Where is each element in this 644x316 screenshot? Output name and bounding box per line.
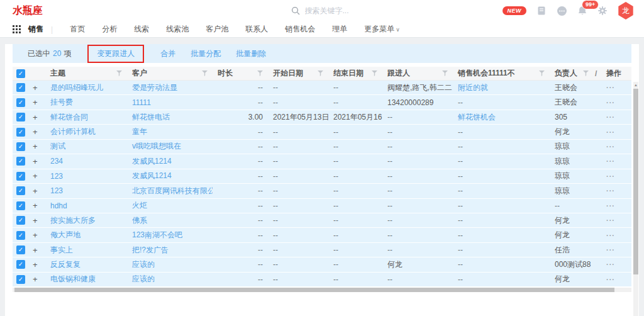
nav-item-分析[interactable]: 分析 [102,24,117,35]
row-actions-button[interactable]: ··· [601,202,629,210]
row-checkbox[interactable]: ✓ [16,186,25,195]
row-checkbox[interactable]: ✓ [16,245,25,254]
nav-item-销售机会[interactable]: 销售机会 [285,24,315,35]
row-expand-button[interactable]: + [29,230,45,240]
row-expand-button[interactable]: + [29,186,45,196]
cell-subject-link[interactable]: 测试 [45,141,127,152]
cell-customer-link[interactable]: 把!?发广告 [127,245,213,256]
nav-app-sales[interactable]: 销售 [28,24,43,35]
cell-customer-link[interactable]: 童年 [127,127,213,137]
row-actions-button[interactable]: ··· [601,99,629,106]
filter-funnel-icon[interactable] [583,71,589,76]
cell-customer-link[interactable]: 123南湖不会吧 [127,230,213,240]
cell-customer-link[interactable]: 火炬 [127,200,213,211]
row-checkbox[interactable]: ✓ [16,142,25,151]
nav-item-线索池[interactable]: 线索池 [166,24,189,35]
row-checkbox[interactable]: ✓ [16,275,25,284]
cell-customer-link[interactable]: 发威风1214 [127,171,213,181]
filter-funnel-icon[interactable] [202,71,208,76]
cell-subject-link[interactable]: 鲜花饼合同 [45,112,127,123]
row-actions-button[interactable]: ··· [601,261,629,268]
filter-funnel-icon[interactable] [442,71,448,76]
filter-funnel-icon[interactable] [539,71,545,76]
cell-opportunity-link[interactable]: 鲜花饼机会 [453,112,550,123]
search-input[interactable] [304,6,398,16]
row-expand-button[interactable]: + [29,274,45,284]
horizontal-scrollbar-thumb[interactable] [14,288,614,292]
filter-funnel-icon[interactable] [318,71,323,76]
cell-customer-link[interactable]: 11111 [127,98,213,107]
row-checkbox[interactable]: ✓ [16,201,25,210]
row-expand-button[interactable]: + [29,157,45,166]
row-actions-button[interactable]: ··· [601,246,629,254]
cell-customer-link[interactable]: 应该的 [127,259,213,270]
row-actions-button[interactable]: ··· [601,84,629,91]
cell-opportunity-link[interactable]: 附近的就 [453,82,550,93]
row-checkbox[interactable]: ✓ [16,216,25,225]
cell-subject-link[interactable]: 反反复复 [45,259,127,270]
cell-subject-link[interactable]: 电饭锅和健康 [45,274,127,285]
bulk-button-变更跟进人[interactable]: 变更跟进人 [87,45,144,63]
select-all-checkbox[interactable]: ✓ [16,69,25,78]
notebook-button[interactable] [536,6,547,16]
scroll-up-arrow-icon[interactable]: ▲ [633,82,638,88]
nav-item-理单[interactable]: 理单 [332,24,347,35]
row-actions-button[interactable]: ··· [601,128,629,136]
cell-subject-link[interactable]: 挂号费 [45,97,127,108]
chat-button[interactable] [557,6,567,16]
bulk-button-批量删除[interactable]: 批量删除 [236,48,266,59]
row-checkbox[interactable]: ✓ [16,157,25,166]
search-box[interactable] [291,6,398,16]
cell-subject-link[interactable]: 儆大声地 [45,230,127,240]
row-expand-button[interactable]: + [29,201,45,210]
row-actions-button[interactable]: ··· [601,172,629,180]
grid-menu-icon[interactable] [13,25,21,33]
row-actions-button[interactable]: ··· [601,143,629,150]
cell-customer-link[interactable]: v哦吃哦想哦在 [127,141,213,152]
cell-subject-link[interactable]: 234 [45,157,127,166]
row-actions-button[interactable]: ··· [601,276,629,283]
settings-button[interactable] [597,6,608,16]
filter-funnel-icon[interactable] [372,71,377,76]
cell-customer-link[interactable]: 应该的 [127,274,213,285]
filter-funnel-icon[interactable] [116,71,122,76]
cell-subject-link[interactable]: 按实施大所多 [45,215,127,226]
notifications-button[interactable]: 99+ [577,6,587,16]
nav-item-线索[interactable]: 线索 [134,24,149,35]
row-checkbox[interactable]: ✓ [16,231,25,240]
cell-subject-link[interactable]: 123 [45,186,127,195]
row-actions-button[interactable]: ··· [601,187,629,195]
bulk-button-批量分配[interactable]: 批量分配 [191,48,221,59]
row-expand-button[interactable]: + [29,216,45,225]
nav-item-客户池[interactable]: 客户池 [206,24,228,35]
row-actions-button[interactable]: ··· [601,232,629,239]
row-expand-button[interactable]: + [29,83,45,93]
row-checkbox[interactable]: ✓ [16,172,25,181]
row-actions-button[interactable]: ··· [601,157,629,165]
cell-customer-link[interactable]: 鲜花饼电话 [127,112,213,123]
row-expand-button[interactable]: + [29,127,45,137]
nav-item-联系人[interactable]: 联系人 [245,24,268,35]
bulk-button-合并[interactable]: 合并 [160,48,175,59]
row-expand-button[interactable]: + [29,245,45,255]
row-expand-button[interactable]: + [29,171,45,181]
cell-customer-link[interactable]: 发威风1214 [127,156,213,167]
row-checkbox[interactable]: ✓ [16,98,25,107]
row-actions-button[interactable]: ··· [601,217,629,224]
cell-subject-link[interactable]: 123 [45,172,127,181]
row-expand-button[interactable]: + [29,260,45,269]
row-checkbox[interactable]: ✓ [16,113,25,121]
vertical-scrollbar-thumb[interactable] [633,89,638,274]
row-expand-button[interactable]: + [29,98,45,107]
horizontal-scrollbar[interactable] [13,288,631,292]
avatar[interactable]: 龙 [618,2,634,20]
row-checkbox[interactable]: ✓ [16,83,25,92]
row-expand-button[interactable]: + [29,142,45,151]
row-checkbox[interactable]: ✓ [16,260,25,269]
cell-customer-link[interactable]: 佛系 [127,215,213,226]
row-expand-button[interactable]: + [29,113,45,122]
nav-item-首页[interactable]: 首页 [70,24,85,35]
filter-funnel-icon[interactable] [257,71,263,76]
row-actions-button[interactable]: ··· [601,113,629,121]
vertical-scrollbar[interactable]: ▲ ▼ [633,82,638,316]
